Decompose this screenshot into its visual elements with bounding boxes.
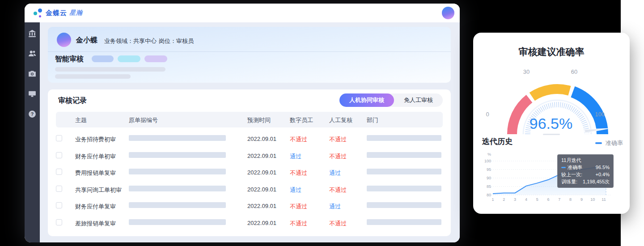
accuracy-gauge: 03060100 96.5%	[490, 84, 624, 140]
row-checkbox[interactable]	[56, 152, 62, 158]
svg-text:5: 5	[536, 197, 538, 202]
svg-text:100: 100	[484, 159, 491, 163]
svg-text:11: 11	[602, 197, 606, 202]
svg-text:2: 2	[503, 197, 505, 202]
users-icon[interactable]	[28, 50, 36, 58]
column-header: 部门	[367, 116, 378, 124]
svg-text:6: 6	[547, 197, 549, 202]
position-label: 岗位：审核员	[159, 37, 194, 45]
row-checkbox[interactable]	[56, 169, 62, 175]
department-placeholder	[367, 186, 441, 191]
column-header: 人工复核	[329, 116, 352, 124]
row-subject: 业务招待费初审	[75, 136, 116, 144]
svg-text:95: 95	[487, 167, 491, 172]
svg-text:80: 80	[487, 193, 491, 197]
human-review-status: 不通过	[329, 186, 347, 194]
svg-text:4: 4	[525, 197, 527, 202]
digital-employee-status: 不通过	[290, 220, 307, 228]
table-row: 业务招待费初审2022.09.01不通过不通过	[56, 131, 443, 148]
row-subject: 费用报销单复审	[75, 169, 116, 177]
gauge-tick-label: 30	[523, 68, 530, 75]
iteration-history-title: 迭代历史	[482, 136, 513, 147]
human-review-status: 通过	[329, 203, 341, 211]
placeholder-bar	[55, 74, 131, 79]
logo-dots-icon	[34, 7, 43, 19]
tooltip-accuracy-label: 准确率	[568, 165, 582, 170]
row-checkbox[interactable]	[56, 219, 62, 225]
row-predict-date: 2022.09.01	[247, 153, 276, 159]
camera-icon[interactable]	[28, 70, 36, 78]
help-icon[interactable]: ?	[28, 110, 36, 118]
svg-text:1: 1	[491, 197, 494, 202]
svg-text:90: 90	[487, 176, 491, 180]
audit-records-card: 审核记录 人机协同审核免人工审核 主题原单据编号预测时间数字员工人工复核部门 业…	[48, 89, 451, 236]
row-predict-date: 2022.09.01	[247, 169, 276, 176]
app-logo[interactable]: 金蝶云 星瀚	[34, 7, 83, 19]
human-review-status: 不通过	[329, 153, 347, 161]
digital-employee-status: 不通过	[290, 169, 307, 177]
user-name: 金小蝶	[76, 36, 97, 45]
human-review-status: 不通过	[329, 220, 347, 228]
column-header: 预测时间	[247, 116, 271, 124]
gauge-value: 96.5%	[490, 115, 612, 132]
legend-line-icon	[595, 142, 602, 144]
department-placeholder	[367, 202, 441, 208]
monitor-icon[interactable]	[28, 90, 36, 98]
row-predict-date: 2022.09.01	[247, 220, 276, 226]
row-subject: 共享问询工单初审	[75, 186, 122, 194]
records-tab-1[interactable]: 免人工审核	[394, 93, 443, 107]
table-row: 差旅报销单复审2022.09.01不通过不通过	[56, 215, 443, 232]
business-field-label: 业务领域：共享中心	[104, 37, 157, 45]
department-placeholder	[367, 169, 441, 174]
svg-text:85: 85	[487, 184, 491, 189]
department-placeholder	[367, 152, 441, 158]
chart-tooltip: 11月迭代 准确率 96.5% 较上一次: +0.4% 训练量: 1,198,4…	[557, 154, 614, 188]
table-row: 共享问询工单初审2022.09.01通过不通过	[56, 181, 443, 198]
row-checkbox[interactable]	[56, 202, 62, 208]
banner-divider	[48, 51, 451, 52]
row-checkbox[interactable]	[56, 135, 62, 141]
table-header: 主题原单据编号预测时间数字员工人工复核部门	[56, 112, 443, 127]
status-pill	[92, 55, 114, 62]
smart-audit-pills	[92, 55, 167, 62]
svg-text:7: 7	[558, 197, 560, 202]
bank-icon[interactable]	[28, 30, 36, 38]
table-body: 业务招待费初审2022.09.01不通过不通过财务应付单初审2022.09.01…	[56, 131, 443, 231]
human-review-status: 通过	[329, 169, 341, 177]
svg-text:10: 10	[590, 197, 595, 202]
column-header: 原单据编号	[129, 116, 158, 124]
tooltip-header: 11月迭代	[561, 157, 610, 163]
doc-number-placeholder	[129, 186, 226, 191]
digital-employee-status: 通过	[290, 153, 301, 161]
row-predict-date: 2022.09.01	[247, 186, 276, 193]
content-area: 金小蝶 业务领域：共享中心 岗位：审核员 智能审核 审核记录 人机协同审核免人工…	[40, 22, 460, 242]
records-tab-0[interactable]: 人机协同审核	[339, 93, 394, 107]
svg-text:%: %	[487, 152, 491, 157]
column-header: 数字员工	[290, 116, 313, 124]
chart-legend[interactable]: 准确率	[595, 139, 623, 147]
svg-text:3: 3	[514, 197, 516, 202]
user-avatar[interactable]	[442, 7, 454, 19]
user-banner-card: 金小蝶 业务领域：共享中心 岗位：审核员 智能审核	[48, 27, 451, 83]
digital-employee-status: 通过	[290, 186, 301, 194]
screenshot-stage: 金蝶云 星瀚 ?	[0, 0, 644, 246]
gauge-tick-label: 0	[486, 111, 489, 118]
smart-audit-title: 智能审核	[55, 55, 84, 64]
doc-number-placeholder	[129, 135, 226, 141]
iteration-chart: 10095908580%1234567891011 11月迭代 准确率 96.5…	[482, 151, 625, 204]
digital-employee-status: 不通过	[290, 203, 307, 211]
tooltip-accuracy-value: 96.5%	[596, 165, 610, 170]
row-subject: 财务应付单复审	[75, 203, 116, 211]
table-row: 财务应付单复审2022.09.01不通过通过	[56, 198, 443, 215]
row-subject: 差旅报销单复审	[75, 220, 116, 228]
svg-text:8: 8	[569, 197, 572, 202]
digital-employee-status: 不通过	[290, 136, 307, 144]
status-pill	[118, 55, 140, 62]
sidebar: ?	[25, 22, 40, 242]
tooltip-series-icon	[561, 167, 566, 168]
logo-text-primary: 金蝶云	[46, 9, 67, 17]
row-checkbox[interactable]	[56, 186, 62, 192]
tooltip-delta-label: 较上一次:	[561, 172, 582, 178]
department-placeholder	[367, 219, 441, 225]
row-predict-date: 2022.09.01	[247, 203, 276, 209]
